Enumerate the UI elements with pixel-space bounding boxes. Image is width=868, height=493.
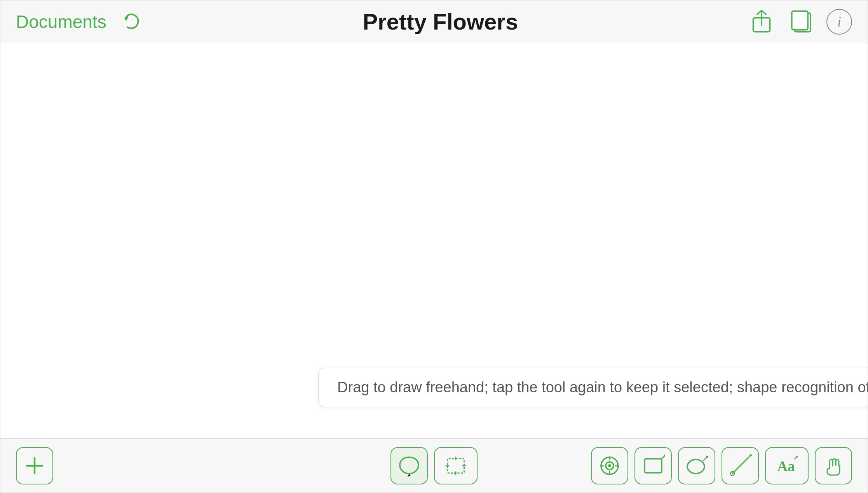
svg-point-31: [796, 456, 798, 458]
hand-icon: [822, 454, 845, 477]
line-tool-button[interactable]: [722, 447, 759, 484]
hint-text: Drag to draw freehand; tap the tool agai…: [337, 379, 868, 395]
svg-rect-7: [448, 458, 464, 473]
undo-button[interactable]: [119, 9, 145, 35]
hand-tool-button[interactable]: [815, 447, 852, 484]
documents-link[interactable]: Documents: [16, 11, 106, 32]
ellipse-tool-button[interactable]: [678, 447, 715, 484]
svg-point-22: [687, 460, 704, 474]
add-button[interactable]: [16, 447, 53, 484]
select-tool-button[interactable]: [434, 447, 478, 484]
svg-text:Aa: Aa: [777, 458, 795, 474]
svg-point-28: [749, 454, 752, 456]
svg-line-25: [732, 458, 748, 474]
select-icon: [444, 454, 467, 477]
svg-marker-0: [124, 17, 128, 21]
hint-tooltip: Drag to draw freehand; tap the tool agai…: [318, 368, 868, 407]
pages-button[interactable]: [787, 7, 816, 36]
share-icon: [749, 10, 774, 34]
rectangle-icon: [641, 454, 665, 477]
target-icon: [598, 454, 621, 477]
toolbar-left: [16, 447, 53, 484]
info-button[interactable]: i: [826, 9, 852, 35]
svg-point-14: [608, 464, 611, 467]
line-icon: [729, 454, 752, 477]
page-title: Pretty Flowers: [145, 9, 736, 35]
toolbar-right: Aa: [591, 447, 852, 484]
bottom-toolbar: Aa: [0, 438, 868, 493]
svg-point-24: [706, 456, 708, 458]
svg-line-23: [704, 457, 707, 460]
lasso-tool-button[interactable]: [390, 447, 428, 484]
toolbar-center: [390, 447, 478, 484]
header: Documents Pretty Flowers: [0, 0, 868, 43]
add-icon: [24, 455, 45, 477]
target-tool-button[interactable]: [591, 447, 628, 484]
undo-icon: [122, 12, 142, 32]
text-icon: Aa: [775, 454, 798, 477]
info-icon: i: [837, 14, 841, 30]
ellipse-icon: [685, 454, 708, 477]
svg-rect-19: [645, 459, 662, 473]
header-right: i: [736, 7, 852, 36]
canvas-area[interactable]: Drag to draw freehand; tap the tool agai…: [0, 43, 868, 438]
rectangle-tool-button[interactable]: [634, 447, 672, 484]
app-container: Documents Pretty Flowers: [0, 0, 868, 493]
text-tool-button[interactable]: Aa: [765, 447, 809, 484]
header-left: Documents: [16, 9, 145, 35]
pages-icon: [789, 10, 813, 34]
lasso-icon: [397, 454, 421, 477]
svg-rect-4: [792, 11, 808, 30]
share-button[interactable]: [747, 7, 776, 36]
